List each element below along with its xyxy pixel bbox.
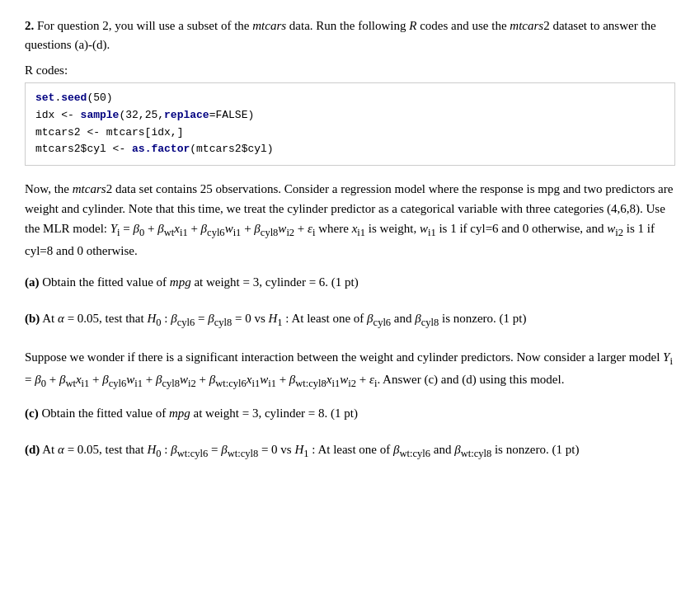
mtcars-italic: mtcars xyxy=(252,19,286,32)
question-header: 2. For question 2, you will use a subset… xyxy=(25,16,675,54)
sub-question-d: (d) At α = 0.05, test that H0 : βwt:cyl6… xyxy=(25,439,675,462)
paragraph-1: Now, the mtcars2 data set contains 25 ob… xyxy=(25,179,675,261)
code-line-2: idx <- sample(32,25,replace=FALSE) xyxy=(35,107,665,125)
sub-a-text: (a) Obtain the fitted value of mpg at we… xyxy=(25,272,675,292)
question-number: 2. xyxy=(25,19,34,32)
r-codes-label: R codes: xyxy=(25,63,675,78)
sub-question-a: (a) Obtain the fitted value of mpg at we… xyxy=(25,272,675,292)
sub-d-text: (d) At α = 0.05, test that H0 : βwt:cyl6… xyxy=(25,439,675,462)
code-line-4: mtcars2$cyl <- as.factor(mtcars2$cyl) xyxy=(35,141,665,158)
r-italic: R xyxy=(409,19,416,32)
code-block: set.seed(50) idx <- sample(32,25,replace… xyxy=(25,82,675,166)
sub-question-c: (c) Obtain the fitted value of mpg at we… xyxy=(25,403,675,423)
sub-b-text: (b) At α = 0.05, test that H0 : βcyl6 = … xyxy=(25,308,675,331)
page-content: 2. For question 2, you will use a subset… xyxy=(25,16,675,462)
mtcars2-italic: mtcars xyxy=(510,19,543,32)
paragraph-2: Suppose we wonder if there is a signific… xyxy=(25,347,675,392)
sub-c-text: (c) Obtain the fitted value of mpg at we… xyxy=(25,403,675,423)
code-line-3: mtcars2 <- mtcars[idx,] xyxy=(35,125,665,142)
code-line-1: set.seed(50) xyxy=(35,90,665,107)
sub-question-b: (b) At α = 0.05, test that H0 : βcyl6 = … xyxy=(25,308,675,331)
